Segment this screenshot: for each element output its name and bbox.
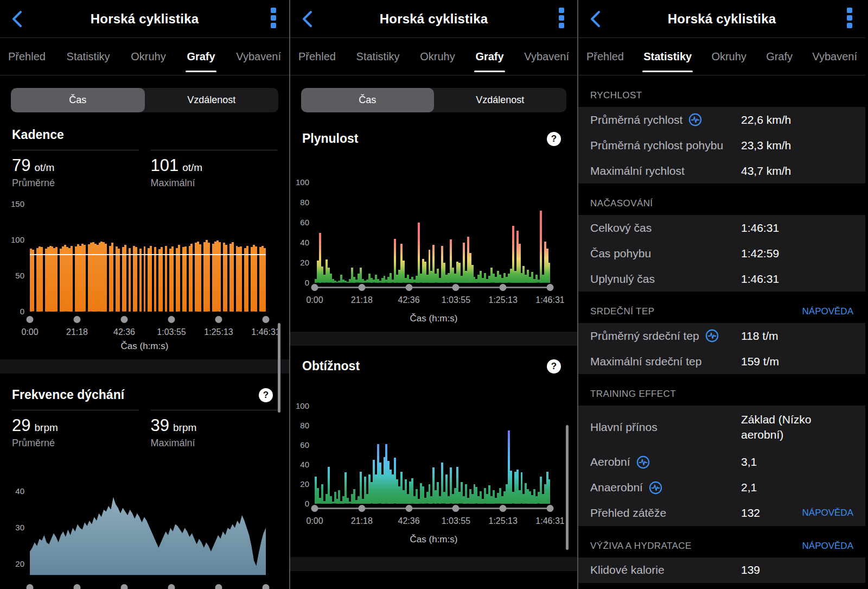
pulse-chart-icon[interactable] <box>648 480 663 495</box>
back-icon[interactable] <box>9 9 27 29</box>
x-axis-handle[interactable] <box>263 316 270 323</box>
row-value: 2,1 <box>741 481 853 494</box>
x-axis-handle[interactable] <box>358 284 365 291</box>
scrollbar[interactable] <box>566 425 569 550</box>
stat-value: 39 <box>151 416 169 435</box>
x-axis-handle[interactable] <box>263 584 270 589</box>
pulse-chart-icon[interactable] <box>705 328 719 343</box>
section-title: TRAINING EFFECT <box>590 389 676 400</box>
pulse-chart-icon[interactable] <box>688 112 703 127</box>
breathing-chart[interactable] <box>30 484 266 582</box>
obtiznost-x-axis[interactable]: 0:0021:1842:361:03:551:25:131:46:31 <box>315 505 550 527</box>
scrollbar[interactable] <box>278 323 280 413</box>
kebab-menu-icon[interactable] <box>847 8 853 28</box>
x-axis-handle[interactable] <box>215 316 222 323</box>
x-axis-title: Čas (h:m:s) <box>0 341 289 352</box>
breathing-x-axis[interactable]: 0:0021:1842:361:03:551:25:131:46:31 <box>30 584 266 589</box>
back-icon[interactable] <box>587 9 605 29</box>
plynulost-x-axis[interactable]: 0:0021:1842:361:03:551:25:131:46:31 <box>315 284 550 306</box>
x-axis-label: 0:00 <box>306 516 323 526</box>
x-axis-handle[interactable] <box>168 316 175 323</box>
x-axis-handle[interactable] <box>547 505 554 512</box>
x-axis-handle[interactable] <box>168 584 175 589</box>
row-value: 159 t/m <box>741 355 853 368</box>
napoveda-link[interactable]: NÁPOVĚDA <box>802 541 853 552</box>
y-axis-label: 80 <box>300 421 309 430</box>
row-value: 1:46:31 <box>741 273 853 286</box>
kadence-chart[interactable] <box>30 204 266 312</box>
tab-grafy[interactable]: Grafy <box>186 38 216 75</box>
x-axis-handle[interactable] <box>311 284 318 291</box>
help-icon[interactable]: ? <box>547 359 561 373</box>
tab-přehled[interactable]: Přehled <box>297 38 337 75</box>
y-axis-label: 100 <box>296 401 309 411</box>
x-axis-track[interactable] <box>315 508 550 509</box>
x-axis-handle[interactable] <box>121 584 128 589</box>
kadence-x-axis[interactable]: 0:0021:1842:361:03:551:25:131:46:31 <box>30 316 266 338</box>
chart-title-plynulost: Plynulost <box>302 131 359 146</box>
stats-row: Hlavní přínosZáklad (Nízko aerobní) <box>578 406 865 449</box>
x-axis-handle[interactable] <box>121 316 128 323</box>
kebab-menu-icon[interactable] <box>559 8 565 28</box>
y-axis-label: 100 <box>11 235 24 245</box>
row-label: Celkový čas <box>590 221 652 235</box>
tab-přehled[interactable]: Přehled <box>7 38 47 75</box>
y-axis-label: 150 <box>11 199 24 209</box>
pulse-chart-icon[interactable] <box>636 455 650 470</box>
help-icon[interactable]: ? <box>259 388 273 402</box>
y-axis-label: 60 <box>300 218 309 227</box>
x-axis-label: 42:36 <box>113 327 135 337</box>
tab-vybavení[interactable]: Vybavení <box>235 38 282 75</box>
row-value: 23,3 km/h <box>741 139 853 152</box>
stats-row: Maximální srdeční tep159 t/m <box>578 349 865 374</box>
tab-grafy[interactable]: Grafy <box>474 38 505 75</box>
back-icon[interactable] <box>299 9 317 29</box>
napoveda-link[interactable]: NÁPOVĚDA <box>802 306 853 317</box>
x-axis-handle[interactable] <box>215 584 222 589</box>
tab-statistiky[interactable]: Statistiky <box>66 38 111 75</box>
plynulost-bars <box>315 182 550 283</box>
x-axis-handle[interactable] <box>358 505 365 512</box>
row-label: Průměrný srdeční tep <box>590 330 699 343</box>
help-icon[interactable]: ? <box>547 132 561 146</box>
x-axis-handle[interactable] <box>74 316 81 323</box>
x-axis-handle[interactable] <box>311 505 318 512</box>
x-axis-handle[interactable] <box>74 584 81 589</box>
tab-vybavení[interactable]: Vybavení <box>523 38 570 75</box>
stats-row: Přehled zátěže132NÁPOVĚDA <box>578 501 865 526</box>
row-label: Přehled zátěže <box>590 506 666 520</box>
x-axis-handle[interactable] <box>405 284 412 291</box>
x-axis-handle[interactable] <box>452 505 459 512</box>
panel-graphs-2: Horská cyklistika PřehledStatistikyOkruh… <box>289 0 577 589</box>
x-axis-handle[interactable] <box>405 505 412 512</box>
row-label: Klidové kalorie <box>590 563 665 577</box>
plynulost-chart[interactable] <box>315 182 550 283</box>
tab-okruhy[interactable]: Okruhy <box>710 38 747 75</box>
tab-vybavení[interactable]: Vybavení <box>811 38 858 75</box>
x-axis-handle[interactable] <box>547 284 554 291</box>
tab-bar: PřehledStatistikyOkruhyGrafyVybavení <box>0 38 289 75</box>
kebab-menu-icon[interactable] <box>271 8 277 28</box>
x-axis-toggle: Čas Vzdálenost <box>11 88 278 112</box>
section-divider <box>290 557 577 571</box>
napoveda-link[interactable]: NÁPOVĚDA <box>802 508 853 518</box>
toggle-cas[interactable]: Čas <box>301 88 434 112</box>
x-axis-handle[interactable] <box>27 316 34 323</box>
tab-statistiky[interactable]: Statistiky <box>355 38 401 75</box>
toggle-vzdalenost[interactable]: Vzdálenost <box>434 88 567 112</box>
toggle-vzdalenost[interactable]: Vzdálenost <box>145 88 279 112</box>
tab-statistiky[interactable]: Statistiky <box>642 38 693 75</box>
section-title: RYCHLOST <box>590 90 642 101</box>
tab-okruhy[interactable]: Okruhy <box>419 38 456 75</box>
toggle-cas[interactable]: Čas <box>11 88 145 112</box>
tab-grafy[interactable]: Grafy <box>765 38 794 75</box>
obtiznost-chart[interactable] <box>315 406 550 504</box>
x-axis-handle[interactable] <box>500 505 507 512</box>
x-axis-track[interactable] <box>315 287 550 288</box>
x-axis-handle[interactable] <box>452 284 459 291</box>
row-value: 118 t/m <box>741 330 853 343</box>
x-axis-handle[interactable] <box>27 584 34 589</box>
x-axis-handle[interactable] <box>500 284 507 291</box>
tab-přehled[interactable]: Přehled <box>585 38 625 75</box>
tab-okruhy[interactable]: Okruhy <box>130 38 167 75</box>
